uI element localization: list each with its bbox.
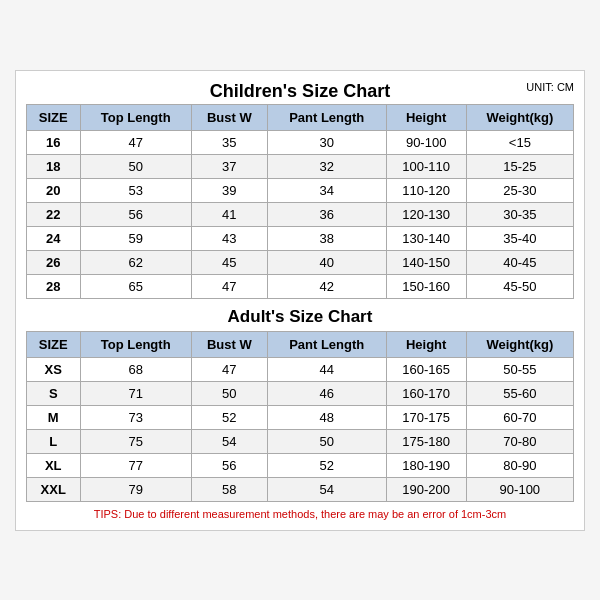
size-cell: 28 [27,274,81,298]
data-cell: 46 [267,381,386,405]
table-row: 22564136120-13030-35 [27,202,574,226]
data-cell: 47 [80,130,191,154]
data-cell: 15-25 [466,154,573,178]
data-cell: 38 [267,226,386,250]
adult-table: SIZE Top Length Bust W Pant Length Heigh… [26,331,574,502]
data-cell: 50-55 [466,357,573,381]
col-bust-w-adult: Bust W [191,331,267,357]
data-cell: 30 [267,130,386,154]
data-cell: 47 [191,357,267,381]
adult-title: Adult's Size Chart [26,299,574,331]
size-cell: 18 [27,154,81,178]
size-cell: 24 [27,226,81,250]
table-row: XXL795854190-20090-100 [27,477,574,501]
data-cell: 50 [191,381,267,405]
table-row: S715046160-17055-60 [27,381,574,405]
children-title-text: Children's Size Chart [210,81,390,101]
children-table: SIZE Top Length Bust W Pant Length Heigh… [26,104,574,299]
adult-title-text: Adult's Size Chart [228,307,373,326]
data-cell: 150-160 [386,274,466,298]
data-cell: 65 [80,274,191,298]
data-cell: 80-90 [466,453,573,477]
data-cell: 180-190 [386,453,466,477]
data-cell: 32 [267,154,386,178]
data-cell: 60-70 [466,405,573,429]
size-cell: 20 [27,178,81,202]
data-cell: 70-80 [466,429,573,453]
data-cell: 120-130 [386,202,466,226]
data-cell: <15 [466,130,573,154]
table-row: XL775652180-19080-90 [27,453,574,477]
table-row: L755450175-18070-80 [27,429,574,453]
data-cell: 160-165 [386,357,466,381]
data-cell: 71 [80,381,191,405]
data-cell: 73 [80,405,191,429]
data-cell: 56 [80,202,191,226]
size-cell: XS [27,357,81,381]
size-cell: 22 [27,202,81,226]
data-cell: 25-30 [466,178,573,202]
col-top-length-adult: Top Length [80,331,191,357]
unit-label: UNIT: CM [526,81,574,93]
col-size: SIZE [27,104,81,130]
col-size-adult: SIZE [27,331,81,357]
data-cell: 175-180 [386,429,466,453]
table-row: 28654742150-16045-50 [27,274,574,298]
data-cell: 40-45 [466,250,573,274]
children-header-row: SIZE Top Length Bust W Pant Length Heigh… [27,104,574,130]
size-cell: L [27,429,81,453]
col-height: Height [386,104,466,130]
data-cell: 50 [267,429,386,453]
data-cell: 54 [267,477,386,501]
size-cell: 26 [27,250,81,274]
table-row: 1647353090-100<15 [27,130,574,154]
data-cell: 68 [80,357,191,381]
data-cell: 58 [191,477,267,501]
data-cell: 90-100 [466,477,573,501]
data-cell: 130-140 [386,226,466,250]
data-cell: 56 [191,453,267,477]
data-cell: 52 [191,405,267,429]
data-cell: 45 [191,250,267,274]
col-bust-w: Bust W [191,104,267,130]
col-top-length: Top Length [80,104,191,130]
table-row: M735248170-17560-70 [27,405,574,429]
data-cell: 30-35 [466,202,573,226]
size-cell: XL [27,453,81,477]
children-title: Children's Size Chart UNIT: CM [26,81,574,102]
size-cell: 16 [27,130,81,154]
data-cell: 36 [267,202,386,226]
size-cell: XXL [27,477,81,501]
data-cell: 35-40 [466,226,573,250]
data-cell: 34 [267,178,386,202]
data-cell: 110-120 [386,178,466,202]
data-cell: 48 [267,405,386,429]
data-cell: 37 [191,154,267,178]
data-cell: 79 [80,477,191,501]
data-cell: 43 [191,226,267,250]
col-pant-length: Pant Length [267,104,386,130]
tips-text: TIPS: Due to different measurement metho… [26,508,574,520]
data-cell: 39 [191,178,267,202]
data-cell: 160-170 [386,381,466,405]
data-cell: 45-50 [466,274,573,298]
col-height-adult: Height [386,331,466,357]
data-cell: 52 [267,453,386,477]
data-cell: 59 [80,226,191,250]
data-cell: 41 [191,202,267,226]
table-row: XS684744160-16550-55 [27,357,574,381]
data-cell: 140-150 [386,250,466,274]
data-cell: 40 [267,250,386,274]
data-cell: 75 [80,429,191,453]
data-cell: 77 [80,453,191,477]
data-cell: 53 [80,178,191,202]
table-row: 24594338130-14035-40 [27,226,574,250]
size-cell: S [27,381,81,405]
data-cell: 62 [80,250,191,274]
data-cell: 190-200 [386,477,466,501]
data-cell: 54 [191,429,267,453]
data-cell: 44 [267,357,386,381]
data-cell: 50 [80,154,191,178]
table-row: 20533934110-12025-30 [27,178,574,202]
data-cell: 42 [267,274,386,298]
